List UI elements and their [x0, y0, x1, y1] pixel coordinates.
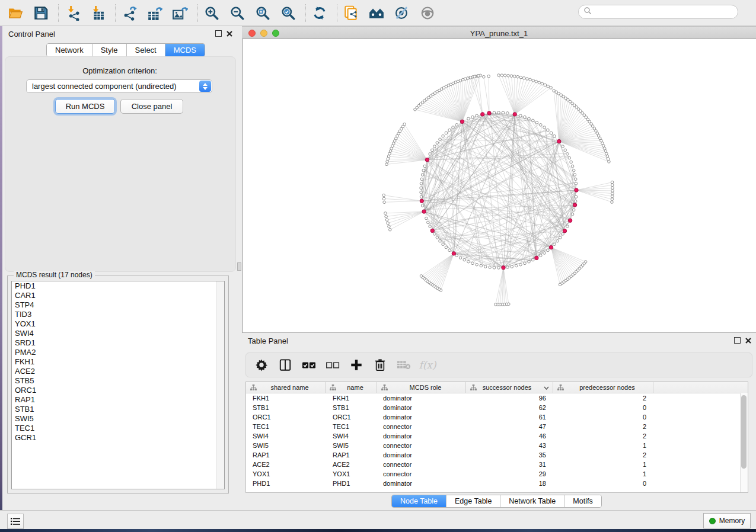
graph-node[interactable] [471, 262, 474, 265]
graph-node[interactable] [471, 116, 474, 118]
column-header-successor-nodes[interactable]: successor nodes [466, 382, 553, 393]
table-row[interactable]: STB1STB1dominator620 [246, 403, 748, 412]
graph-node[interactable] [572, 169, 575, 172]
graph-leaf-node[interactable] [611, 201, 614, 204]
graph-node[interactable] [515, 264, 518, 267]
graph-leaf-node[interactable] [550, 86, 553, 89]
tab-mcds[interactable]: MCDS [165, 44, 205, 56]
graph-node[interactable] [575, 182, 578, 185]
graph-node[interactable] [506, 112, 509, 115]
graph-leaf-node[interactable] [385, 219, 388, 222]
mcds-result-item[interactable]: ACE2 [12, 367, 224, 376]
mcds-list-scrollbar[interactable] [216, 281, 224, 489]
graph-hub-node[interactable] [502, 266, 505, 270]
column-header-predecessor-nodes[interactable]: predecessor nodes [553, 382, 653, 393]
graph-node[interactable] [497, 267, 500, 270]
graph-leaf-node[interactable] [611, 184, 614, 187]
tab-edge-table[interactable]: Edge Table [446, 495, 500, 507]
graph-node[interactable] [571, 165, 574, 168]
graph-node[interactable] [425, 217, 428, 220]
graph-node[interactable] [556, 240, 559, 243]
table-row[interactable]: ORC1ORC1dominator610 [246, 412, 748, 422]
graph-hub-node[interactable] [573, 203, 576, 207]
import-network-icon[interactable] [64, 5, 80, 21]
float-panel-icon[interactable] [215, 30, 222, 37]
graph-leaf-node[interactable] [387, 155, 390, 158]
graph-node[interactable] [571, 213, 574, 216]
graph-node[interactable] [543, 252, 546, 255]
graph-leaf-node[interactable] [387, 222, 390, 225]
save-icon[interactable] [33, 5, 49, 21]
graph-leaf-node[interactable] [503, 74, 506, 77]
graph-node[interactable] [420, 178, 423, 181]
graph-node[interactable] [445, 246, 448, 249]
close-panel-button[interactable]: Close panel [120, 99, 183, 114]
graph-node[interactable] [459, 257, 462, 259]
graph-leaf-node[interactable] [477, 75, 480, 78]
graph-node[interactable] [564, 149, 567, 152]
clone-network-icon[interactable] [343, 5, 359, 21]
graph-leaf-node[interactable] [611, 195, 614, 198]
graph-node[interactable] [431, 149, 434, 152]
add-icon[interactable] [349, 358, 363, 372]
zoom-out-icon[interactable] [229, 5, 245, 21]
graph-hub-node[interactable] [549, 245, 553, 249]
graph-leaf-node[interactable] [547, 85, 550, 88]
mcds-result-item[interactable]: RAP1 [12, 395, 224, 405]
task-history-button[interactable] [7, 514, 24, 529]
search-input[interactable] [578, 5, 738, 19]
graph-node[interactable] [442, 243, 445, 246]
memory-button[interactable]: Memory [703, 513, 751, 528]
zoom-fit-icon[interactable] [254, 5, 270, 21]
export-image-icon[interactable] [172, 5, 188, 21]
graph-node[interactable] [429, 225, 432, 228]
graph-node[interactable] [442, 134, 445, 137]
graph-node[interactable] [553, 243, 556, 246]
mcds-result-item[interactable]: STB5 [12, 376, 224, 386]
graph-node[interactable] [420, 196, 423, 198]
graph-node[interactable] [550, 132, 553, 134]
graph-node[interactable] [480, 264, 483, 267]
run-mcds-button[interactable]: Run MCDS [55, 99, 115, 114]
graph-leaf-node[interactable] [516, 75, 519, 78]
table-row[interactable]: SWI4SWI4dominator462 [246, 431, 748, 441]
graph-node[interactable] [540, 254, 543, 257]
graph-node[interactable] [452, 126, 455, 129]
tab-network-table[interactable]: Network Table [500, 495, 564, 507]
graph-node[interactable] [439, 240, 442, 243]
graph-node[interactable] [467, 117, 470, 120]
zoom-selected-icon[interactable] [280, 5, 296, 21]
mcds-result-item[interactable]: PMA2 [12, 348, 224, 357]
table-row[interactable]: PHD1PHD1dominator180 [246, 479, 748, 488]
graph-hub-node[interactable] [568, 219, 572, 222]
graph-node[interactable] [422, 169, 425, 172]
graph-leaf-node[interactable] [535, 80, 538, 83]
graph-hub-node[interactable] [487, 111, 491, 115]
table-row[interactable]: TEC1TEC1connector472 [246, 422, 748, 431]
graph-hub-node[interactable] [452, 252, 455, 255]
table-row[interactable]: YOX1YOX1connector291 [246, 469, 748, 479]
graph-leaf-node[interactable] [519, 76, 522, 79]
mcds-result-item[interactable]: ORC1 [12, 386, 224, 395]
mcds-result-item[interactable]: SWI4 [12, 329, 224, 338]
graph-node[interactable] [568, 156, 571, 159]
graph-leaf-node[interactable] [607, 158, 610, 161]
graph-leaf-node[interactable] [522, 77, 525, 80]
graph-leaf-node[interactable] [420, 275, 423, 278]
graph-node[interactable] [528, 260, 531, 263]
graph-hub-node[interactable] [425, 158, 429, 162]
graph-node[interactable] [476, 114, 479, 117]
mcds-result-item[interactable]: PHD1 [12, 281, 224, 291]
graph-hub-node[interactable] [513, 113, 516, 116]
graph-leaf-node[interactable] [387, 158, 390, 161]
graph-leaf-node[interactable] [544, 84, 547, 86]
graph-node[interactable] [433, 233, 436, 236]
column-header-shared-name[interactable]: shared name [246, 382, 326, 393]
zoom-in-icon[interactable] [203, 5, 219, 21]
graph-leaf-node[interactable] [529, 78, 532, 81]
graph-leaf-node[interactable] [495, 303, 497, 306]
graph-node[interactable] [467, 260, 470, 263]
graph-node[interactable] [519, 263, 522, 266]
mcds-result-item[interactable]: SRD1 [12, 338, 224, 348]
tab-node-table[interactable]: Node Table [392, 495, 446, 507]
